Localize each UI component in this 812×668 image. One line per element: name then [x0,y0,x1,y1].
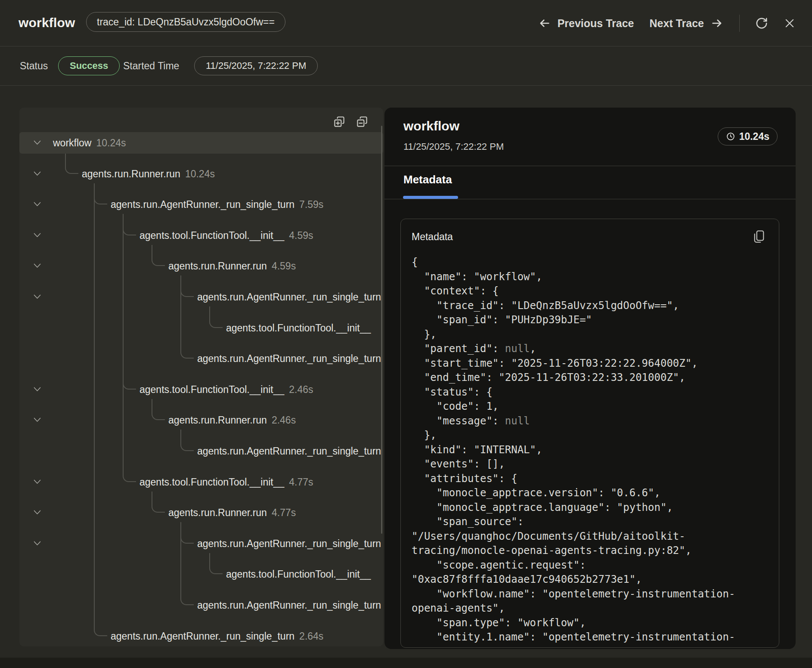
close-icon [784,17,796,29]
refresh-button[interactable] [755,17,768,30]
span-row-duration: 10.24s [185,168,215,179]
chevron-down-icon[interactable] [34,140,41,145]
tree-scrollbar[interactable] [381,126,382,534]
active-tab-indicator [403,196,458,199]
duration-badge: 10.24s [718,127,778,145]
span-row-label: workflow10.24s [53,132,126,154]
span-row-label: agents.run.AgentRunner._run_single_turn [197,594,381,616]
tree-row[interactable]: agents.tool.FunctionTool.__init__ [19,317,383,339]
span-row-label: agents.run.Runner.run4.59s [168,255,296,277]
span-row-duration: 2.46s [272,414,296,426]
span-row-label: agents.tool.FunctionTool.__init__4.77s [139,471,313,493]
tree-row[interactable]: agents.tool.FunctionTool.__init__2.46s [19,379,383,400]
chevron-down-icon[interactable] [34,294,41,299]
duration-value: 10.24s [739,131,769,142]
bottom-strip [0,658,812,668]
started-time-label: Started Time [123,60,179,72]
tree-row[interactable]: agents.run.Runner.run4.59s [19,255,383,277]
tree-row[interactable]: agents.run.AgentRunner._run_single_turn [19,533,383,554]
span-row-label: agents.run.AgentRunner._run_single_turn [197,286,381,308]
span-detail-panel: workflow 10.24s 11/25/2025, 7:22:22 PM M… [384,108,796,649]
toolbar-divider [739,15,740,32]
span-row-duration: 2.46s [289,384,313,395]
previous-trace-label: Previous Trace [558,17,634,30]
span-row-duration: 10.24s [96,137,126,148]
tree-row[interactable]: agents.run.AgentRunner._run_single_turn [19,440,383,462]
span-row-label: agents.run.AgentRunner._run_single_turn [197,348,381,369]
tree-row[interactable]: agents.run.Runner.run4.77s [19,502,383,523]
copy-icon [751,229,766,244]
clock-icon [726,132,735,141]
tab-metadata[interactable]: Metadata [403,173,452,186]
span-row-label: agents.run.AgentRunner._run_single_turn7… [111,194,323,215]
metadata-card-title: Metadata [412,231,453,243]
tree-row[interactable]: agents.tool.FunctionTool.__init__4.59s [19,225,383,246]
arrow-left-icon [538,17,552,29]
started-time-badge: 11/25/2025, 7:22:22 PM [194,56,318,75]
tree-row[interactable]: workflow10.24s [19,132,383,154]
span-title: workflow [403,119,459,133]
tree-row[interactable]: agents.run.AgentRunner._run_single_turn [19,348,383,369]
span-row-duration: 4.59s [289,230,313,241]
chevron-down-icon[interactable] [34,263,41,268]
span-row-duration: 2.64s [299,631,323,642]
page-title: workflow [19,15,75,30]
span-timestamp: 11/25/2025, 7:22:22 PM [403,141,504,152]
span-row-label: agents.tool.FunctionTool.__init__ [226,317,371,339]
tree-row[interactable]: agents.run.AgentRunner._run_single_turn [19,594,383,616]
tree-row[interactable]: agents.run.AgentRunner._run_single_turn [19,286,383,308]
span-row-label: agents.run.AgentRunner._run_single_turn [197,440,381,462]
span-row-label: agents.run.AgentRunner._run_single_turn [197,533,381,554]
span-row-label: agents.run.AgentRunner._run_single_turn2… [111,625,323,646]
metadata-json[interactable]: { "name": "workflow", "context": { "trac… [412,255,771,646]
chevron-down-icon[interactable] [34,418,41,422]
tree-row[interactable]: agents.run.Runner.run10.24s [19,163,383,185]
close-button[interactable] [784,17,796,29]
span-row-label: agents.tool.FunctionTool.__init__ [226,563,371,585]
span-row-duration: 4.59s [272,260,296,272]
trace-nav-group: Previous Trace Next Trace [538,0,796,46]
chevron-down-icon[interactable] [34,202,41,207]
top-bar: workflow trace_id: LDeQnzB5aUvzx5lgdOoOf… [0,0,812,46]
span-tree-panel: workflow10.24sagents.run.Runner.run10.24… [19,108,383,646]
trace-id-badge: trace_id: LDeQnzB5aUvzx5lgdOoOfw== [86,12,285,32]
next-trace-button[interactable]: Next Trace [650,17,724,30]
previous-trace-button[interactable]: Previous Trace [538,17,634,30]
span-row-label: agents.tool.FunctionTool.__init__2.46s [139,379,313,400]
tree-row[interactable]: agents.tool.FunctionTool.__init__4.77s [19,471,383,493]
status-bar: Status Success Started Time 11/25/2025, … [0,46,812,86]
tree-row[interactable]: agents.run.Runner.run2.46s [19,409,383,431]
detail-header-divider [384,166,796,166]
span-row-duration: 4.77s [272,507,296,518]
metadata-card: Metadata { "name": "workflow", "context"… [400,219,779,648]
chevron-down-icon[interactable] [34,510,41,515]
chevron-down-icon[interactable] [34,479,41,484]
span-row-label: agents.run.Runner.run2.46s [168,409,296,431]
status-badge: Success [58,56,120,75]
tree-row[interactable]: agents.run.AgentRunner._run_single_turn2… [19,625,383,646]
status-label: Status [20,60,48,72]
tree-row[interactable]: agents.run.AgentRunner._run_single_turn7… [19,194,383,215]
chevron-down-icon[interactable] [34,541,41,546]
chevron-down-icon[interactable] [34,387,41,392]
tree-row[interactable]: agents.tool.FunctionTool.__init__ [19,563,383,585]
span-row-label: agents.tool.FunctionTool.__init__4.59s [139,225,313,246]
chevron-down-icon[interactable] [34,171,41,176]
span-row-label: agents.run.Runner.run10.24s [82,163,215,185]
refresh-icon [755,17,768,30]
span-tree: workflow10.24sagents.run.Runner.run10.24… [19,108,383,646]
tab-row-divider [384,199,796,199]
copy-button[interactable] [751,229,766,244]
chevron-down-icon[interactable] [34,233,41,238]
span-row-label: agents.run.Runner.run4.77s [168,502,296,523]
span-row-duration: 4.77s [289,476,313,488]
span-row-duration: 7.59s [299,199,323,210]
next-trace-label: Next Trace [650,17,704,30]
arrow-right-icon [710,17,724,29]
